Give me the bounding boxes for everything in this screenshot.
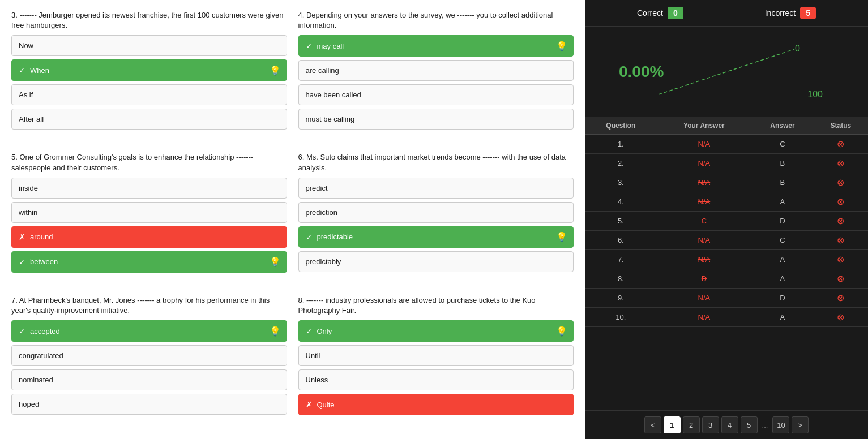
col-your-answer: Your Answer	[657, 117, 752, 135]
cell-question: 6.	[585, 231, 657, 250]
question-block-q5: 5. One of Grommer Consulting's goals is …	[6, 148, 293, 290]
x-icon: ✗	[19, 233, 25, 242]
option-q8-0[interactable]: ✓Only💡	[298, 320, 574, 342]
option-q8-2[interactable]: Unless	[298, 369, 574, 390]
option-q4-2[interactable]: have been called	[298, 84, 574, 105]
cell-status: ⊗	[814, 231, 868, 250]
prev-button[interactable]: <	[644, 416, 661, 433]
cell-status: ⊗	[814, 308, 868, 327]
quiz-panel: 3. ------- Jemburger opened its newest f…	[0, 0, 585, 439]
check-icon: ✓	[306, 41, 313, 50]
option-q3-0[interactable]: Now	[11, 35, 287, 56]
page-2-button[interactable]: 2	[683, 416, 700, 433]
hint-icon[interactable]: 💡	[270, 65, 281, 76]
cell-question: 8.	[585, 269, 657, 289]
table-row: 1.N/AC⊗	[585, 135, 868, 154]
status-icon: ⊗	[837, 158, 844, 168]
next-button[interactable]: >	[792, 416, 809, 433]
option-q4-3[interactable]: must be calling	[298, 109, 574, 130]
table-row: 10.N/AA⊗	[585, 308, 868, 327]
cell-question: 1.	[585, 135, 657, 154]
na-value: C	[702, 217, 707, 225]
col-status: Status	[814, 117, 868, 135]
page-3-button[interactable]: 3	[702, 416, 719, 433]
option-q5-1[interactable]: within	[11, 202, 287, 223]
option-q5-3[interactable]: ✓between💡	[11, 251, 287, 273]
status-icon: ⊗	[837, 293, 844, 303]
page-1-button[interactable]: 1	[664, 416, 681, 433]
check-icon: ✓	[19, 66, 25, 75]
option-q4-1[interactable]: are calling	[298, 60, 574, 81]
option-label: are calling	[306, 66, 339, 75]
cell-status: ⊗	[814, 250, 868, 269]
status-icon: ⊗	[837, 274, 844, 283]
cell-question: 9.	[585, 289, 657, 308]
cell-answer: A	[751, 308, 814, 327]
option-q7-2[interactable]: nominated	[11, 369, 287, 390]
cell-your-answer: C	[657, 212, 752, 231]
question-text-q3: 3. ------- Jemburger opened its newest f…	[11, 10, 287, 31]
cell-your-answer: N/A	[657, 308, 752, 327]
cell-your-answer: N/A	[657, 173, 752, 192]
option-q3-2[interactable]: As if	[11, 84, 287, 105]
table-header-row: Question Your Answer Answer Status	[585, 117, 868, 135]
option-label: nominated	[19, 376, 53, 384]
question-text-q7: 7. At Pharmbeck's banquet, Mr. Jones ---…	[11, 295, 287, 316]
table-row: 6.N/AC⊗	[585, 231, 868, 250]
incorrect-label: Incorrect	[765, 8, 796, 18]
check-icon: ✓	[19, 257, 25, 266]
option-label: Only	[317, 327, 332, 335]
option-q8-1[interactable]: Until	[298, 345, 574, 366]
table-row: 2.N/AB⊗	[585, 154, 868, 173]
chart-top-label: 0	[795, 44, 800, 54]
cell-answer: A	[751, 250, 814, 269]
option-label: accepted	[30, 327, 60, 335]
option-q5-2[interactable]: ✗around	[11, 226, 287, 248]
option-label: predict	[306, 184, 328, 192]
option-q3-3[interactable]: After all	[11, 109, 287, 130]
table-row: 9.N/AD⊗	[585, 289, 868, 308]
cell-answer: D	[751, 289, 814, 308]
cell-status: ⊗	[814, 192, 868, 212]
option-label: prediction	[306, 208, 337, 217]
option-q8-3[interactable]: ✗Quite	[298, 394, 574, 415]
hint-icon[interactable]: 💡	[556, 326, 567, 337]
option-q4-0[interactable]: ✓may call💡	[298, 35, 574, 57]
option-q7-1[interactable]: congratulated	[11, 345, 287, 366]
option-q7-0[interactable]: ✓accepted💡	[11, 320, 287, 342]
status-icon: ⊗	[837, 139, 844, 149]
check-icon: ✓	[306, 326, 313, 335]
table-row: 3.N/AB⊗	[585, 173, 868, 192]
option-label: When	[30, 66, 49, 75]
page-10-button[interactable]: 10	[772, 416, 789, 433]
col-question: Question	[585, 117, 657, 135]
hint-icon[interactable]: 💡	[556, 231, 567, 242]
cell-question: 7.	[585, 250, 657, 269]
option-q6-0[interactable]: predict	[298, 178, 574, 199]
cell-status: ⊗	[814, 173, 868, 192]
hint-icon[interactable]: 💡	[556, 41, 567, 51]
cell-answer: A	[751, 192, 814, 212]
option-q6-3[interactable]: predictably	[298, 251, 574, 272]
hint-icon[interactable]: 💡	[270, 256, 281, 267]
cell-question: 2.	[585, 154, 657, 173]
na-value: N/A	[698, 178, 711, 187]
hint-icon[interactable]: 💡	[270, 326, 281, 337]
cell-status: ⊗	[814, 289, 868, 308]
percent-label: 0.00%	[619, 63, 664, 81]
option-q3-1[interactable]: ✓When💡	[11, 59, 287, 81]
option-q5-0[interactable]: inside	[11, 178, 287, 199]
option-q7-3[interactable]: hoped	[11, 394, 287, 415]
option-q6-2[interactable]: ✓predictable💡	[298, 226, 574, 248]
na-value: D	[702, 274, 707, 283]
check-icon: ✓	[19, 326, 25, 335]
pagination: < 1 2 3 4 5 ... 10 >	[585, 410, 868, 439]
option-q6-1[interactable]: prediction	[298, 202, 574, 223]
page-4-button[interactable]: 4	[721, 416, 738, 433]
results-table-element: Question Your Answer Answer Status 1.N/A…	[585, 117, 868, 327]
option-label: Until	[306, 351, 320, 360]
option-label: must be calling	[306, 115, 355, 123]
na-value: N/A	[698, 197, 711, 206]
na-value: N/A	[698, 236, 711, 244]
page-5-button[interactable]: 5	[741, 416, 758, 433]
